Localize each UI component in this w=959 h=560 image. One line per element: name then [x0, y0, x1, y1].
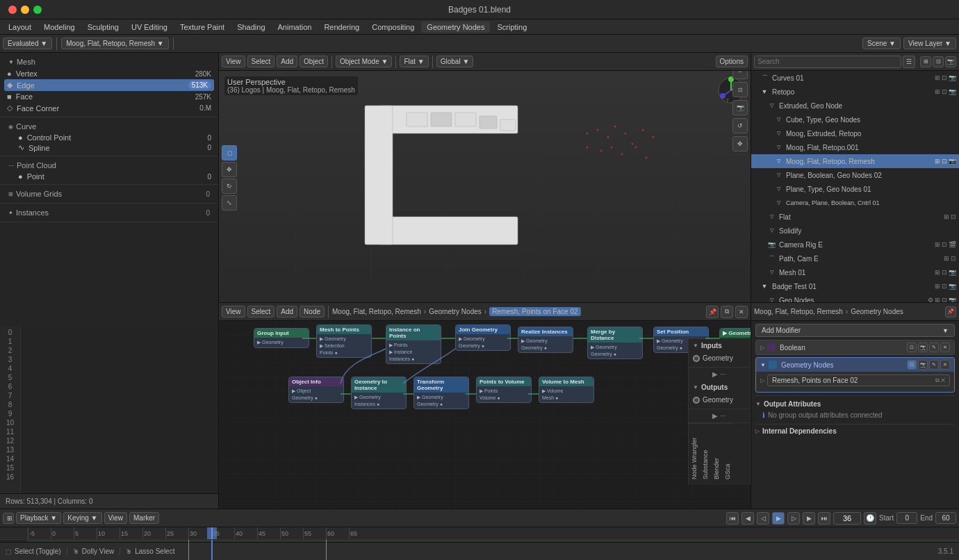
pan-btn[interactable]: ✥	[732, 136, 748, 151]
geo-mod-viewport-btn[interactable]: ⊡	[907, 360, 917, 370]
outliner-mesh01[interactable]: ▽ Mesh 01 ⊞ ⊡ 📷	[751, 265, 959, 279]
tl-play[interactable]: ▶	[772, 512, 785, 525]
vertex-row[interactable]: ● Vertex 280K	[4, 68, 214, 79]
menu-compositing[interactable]: Compositing	[366, 22, 420, 33]
boolean-modifier-header[interactable]: ▷ Boolean ⊡ 📷 ✎ ✕	[756, 340, 954, 354]
node-4[interactable]: Merge by Distance ▶ Geometry Geometry ●	[587, 327, 643, 359]
output-attrs-header[interactable]: ▼ Output Attributes	[755, 399, 955, 409]
node-view-menu[interactable]: View	[222, 306, 245, 318]
camera-btn[interactable]: 📷	[732, 100, 748, 115]
tl-prev-keyframe[interactable]: ◁	[757, 512, 769, 525]
bool-mod-edit-btn[interactable]: ✎	[929, 343, 939, 352]
scene-3d[interactable]: User Perspective (36) Logos | Moog, Flat…	[219, 71, 751, 285]
tl-view[interactable]: View	[104, 512, 128, 524]
outliner-badge-test[interactable]: ▼ Badge Test 01 ⊞ ⊡ 📷	[751, 279, 959, 293]
scale-tool[interactable]: ⤡	[222, 195, 237, 211]
vp-object-menu[interactable]: Object	[300, 56, 328, 67]
edge-row[interactable]: ◆ Edge 513K	[4, 79, 214, 91]
scene-selector[interactable]: Scene ▼	[862, 38, 901, 49]
filter-icon[interactable]: ☰	[903, 56, 915, 68]
node-b2[interactable]: Geometry to Instance ▶ Geometry Instance…	[351, 377, 407, 409]
geonodes-modifier-header[interactable]: ▼ Geometry Nodes ⊡ 📷 ✎ ✕	[756, 358, 954, 372]
node-play-btn2[interactable]: ▶ ···	[689, 409, 750, 422]
bool-mod-delete-btn[interactable]: ✕	[940, 343, 950, 352]
node-realize[interactable]: Realize Instances ▶ Geometry Geometry ●	[518, 327, 573, 353]
internal-deps-header[interactable]: ▷ Internal Dependencies	[755, 426, 955, 436]
node-canvas[interactable]: Group Input ▶ Geometry Mesh to Points ▶ …	[219, 321, 751, 509]
view-layer-selector[interactable]: View Layer ▼	[903, 38, 956, 49]
menu-sculpting[interactable]: Sculpting	[82, 22, 124, 33]
vp-add-menu[interactable]: Add	[277, 56, 297, 67]
node-b3[interactable]: Transform Geometry ▶ Geometry Geometry ●	[413, 377, 469, 409]
outliner-camera-rig[interactable]: 📷 Camera Rig E ⊞ ⊡ 🎬	[751, 238, 959, 252]
zoom-out-btn[interactable]: −	[732, 71, 748, 79]
node-copy-btn[interactable]: ⧉	[721, 306, 733, 318]
geo-mod-delete-btn[interactable]: ✕	[940, 360, 950, 370]
bool-mod-viewport-btn[interactable]: ⊡	[907, 343, 917, 352]
restrict-render-btn[interactable]: 📷	[945, 56, 956, 67]
tl-next-keyframe[interactable]: ▷	[787, 512, 800, 525]
menu-texture[interactable]: Texture Paint	[174, 22, 230, 33]
minimize-button[interactable]	[21, 6, 29, 14]
vp-view-menu[interactable]: View	[222, 56, 245, 67]
rotate-tool[interactable]: ↻	[222, 179, 237, 194]
node-3[interactable]: Join Geometry ▶ Geometry Geometry ●	[455, 324, 511, 351]
mesh-label[interactable]: Moog, Flat, Retopo, Remesh ▼	[61, 38, 169, 49]
outliner-flat[interactable]: ▽ Flat ⊞ ⊡	[751, 210, 959, 224]
point-row[interactable]: ● Point 0	[4, 172, 214, 181]
node-add-menu[interactable]: Add	[277, 306, 297, 318]
outliner-plane-bool2[interactable]: ▽ Plane, Boolean, Geo Nodes 02	[751, 168, 959, 182]
outliner-moog-flat-remesh[interactable]: ▽ Moog, Flat, Retopo, Remesh ⊞ ⊡ 📷	[751, 154, 959, 168]
restrict-select-btn[interactable]: ⊡	[933, 56, 944, 67]
outliner-moog-flat001[interactable]: ▽ Moog, Flat, Retopo.001	[751, 140, 959, 154]
node-pin-btn[interactable]: 📌	[706, 306, 719, 318]
menu-geo-nodes[interactable]: Geometry Nodes	[421, 22, 490, 33]
menu-scripting[interactable]: Scripting	[491, 22, 532, 33]
close-button[interactable]	[8, 6, 17, 14]
node-1[interactable]: Mesh to Points ▶ Geometry ▶ Selection Po…	[316, 324, 372, 358]
props-pin-btn[interactable]: 📌	[945, 306, 956, 318]
outliner-cube-type[interactable]: ▽ Cube, Type, Geo Nodes	[751, 113, 959, 126]
breadcrumb-item1[interactable]: Moog, Flat, Retopo, Remesh	[332, 308, 421, 315]
menu-shading[interactable]: Shading	[231, 22, 270, 33]
maximize-button[interactable]	[33, 6, 42, 14]
menu-layout[interactable]: Layout	[3, 22, 37, 33]
geo-mod-render-btn[interactable]: 📷	[918, 360, 928, 370]
tl-prev-frame[interactable]: ◀	[741, 512, 754, 525]
node-close-btn[interactable]: ✕	[735, 306, 748, 318]
outliner-search[interactable]	[754, 56, 901, 68]
zoom-fit-btn[interactable]: ⊡	[732, 82, 748, 97]
hide-all-btn[interactable]: ⊞	[920, 56, 931, 67]
node-2[interactable]: Instance on Points ▶ Points ▶ Instance I…	[386, 324, 441, 364]
outliner-solidify[interactable]: ▽ Solidify	[751, 224, 959, 238]
props-bc-2[interactable]: Geometry Nodes	[851, 308, 903, 315]
blender-tab[interactable]: Blender	[711, 423, 722, 485]
mode-selector[interactable]: Evaluated ▼	[3, 38, 52, 49]
vp-shading-flat[interactable]: Flat ▼	[400, 56, 428, 67]
node-node-menu[interactable]: Node	[300, 306, 325, 318]
node-wrangler-tab[interactable]: Node Wrangler	[689, 423, 700, 485]
menu-modeling[interactable]: Modeling	[38, 22, 81, 33]
node-b5[interactable]: Volume to Mesh ▶ Volume Mesh ●	[539, 377, 594, 403]
rotate-btn[interactable]: ↺	[732, 118, 748, 133]
node-select-menu[interactable]: Select	[247, 306, 275, 318]
props-bc-1[interactable]: Moog, Flat, Retopo, Remesh	[754, 308, 843, 315]
spline-row[interactable]: ∿ Spline 0	[4, 142, 214, 153]
vp-options-btn[interactable]: Options	[716, 56, 748, 67]
vp-select-menu[interactable]: Select	[247, 56, 275, 67]
outliner-curves01[interactable]: ⌒ Curves 01 ⊞ ⊡ 📷	[751, 71, 959, 85]
tl-clock-icon[interactable]: 🕐	[864, 512, 876, 525]
tl-playback-icon[interactable]: ⊞	[3, 513, 14, 524]
node-b1[interactable]: Object Info ▶ Object Geometry ●	[288, 377, 344, 403]
tl-next-frame[interactable]: ▶	[803, 512, 815, 525]
bool-mod-render-btn[interactable]: 📷	[918, 343, 928, 352]
output-geometry-socket[interactable]: Geometry	[693, 394, 746, 406]
control-point-row[interactable]: ● Control Point 0	[4, 133, 214, 142]
outliner-path-cam[interactable]: ⌒ Path, Cam E ⊞ ⊡	[751, 252, 959, 265]
outliner-camera-plane[interactable]: ▽ Camera, Plane, Boolean, Cntrl 01	[751, 196, 959, 210]
add-modifier-btn[interactable]: Add Modifier ▼	[755, 324, 955, 337]
start-frame-input[interactable]: 0	[896, 512, 917, 524]
vp-global[interactable]: Global ▼	[436, 56, 474, 67]
face-row[interactable]: ■ Face 257K	[4, 91, 214, 102]
tl-to-start[interactable]: ⏮	[726, 512, 739, 525]
